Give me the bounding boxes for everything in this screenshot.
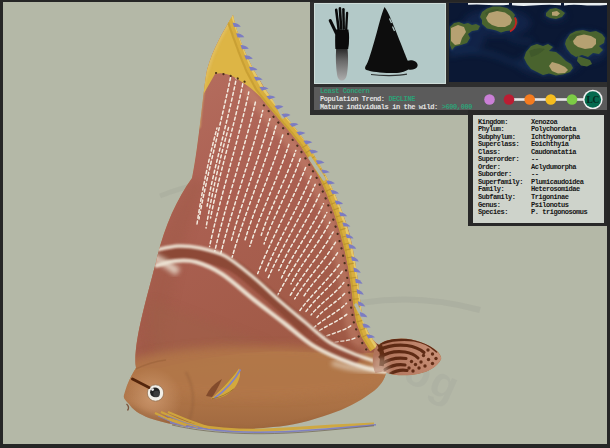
svg-text:LC: LC [587, 95, 600, 105]
